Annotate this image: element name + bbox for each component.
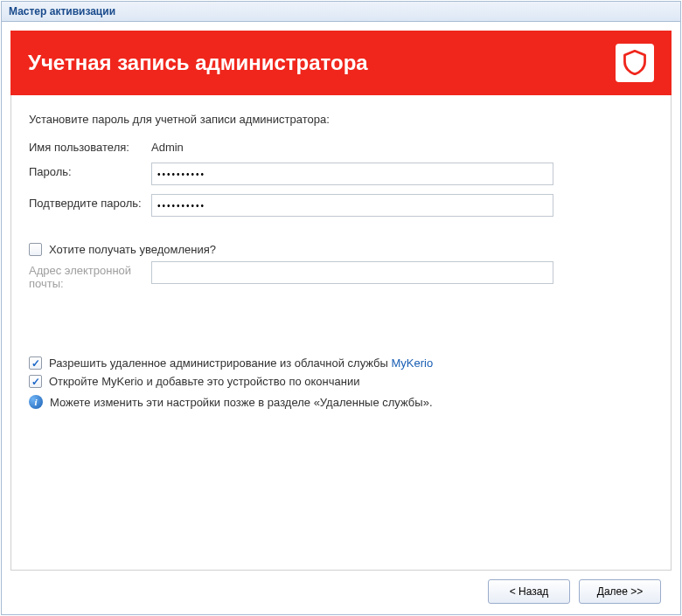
confirm-password-row: Подтвердите пароль: xyxy=(29,194,653,217)
wizard-body: Учетная запись администратора Установите… xyxy=(2,22,680,614)
username-value: Admin xyxy=(151,138,653,154)
open-mykerio-row: Откройте MyKerio и добавьте это устройст… xyxy=(29,375,653,388)
spacer xyxy=(29,299,653,351)
shield-icon xyxy=(623,49,647,78)
open-mykerio-label: Откройте MyKerio и добавьте это устройст… xyxy=(49,375,359,388)
allow-remote-checkbox[interactable] xyxy=(29,356,42,370)
info-row: i Можете изменить эти настройки позже в … xyxy=(29,395,653,409)
allow-remote-row: Разрешить удаленное администрирование из… xyxy=(29,356,653,370)
brand-logo xyxy=(616,44,654,82)
email-row: Адрес электронной почты: xyxy=(29,261,653,290)
wizard-window: Мастер активизации Учетная запись админи… xyxy=(1,1,681,615)
wizard-content: Установите пароль для учетной записи адм… xyxy=(10,95,672,571)
wizard-header: Учетная запись администратора xyxy=(10,31,672,95)
allow-remote-text: Разрешить удаленное администрирование из… xyxy=(49,356,392,370)
allow-remote-label: Разрешить удаленное администрирование из… xyxy=(49,356,433,370)
mykerio-link[interactable]: MyKerio xyxy=(392,356,434,370)
email-label: Адрес электронной почты: xyxy=(29,261,151,290)
username-row: Имя пользователя: Admin xyxy=(29,138,653,154)
next-button[interactable]: Далее >> xyxy=(579,579,661,604)
window-title: Мастер активизации xyxy=(9,5,115,17)
email-input[interactable] xyxy=(151,261,553,284)
wizard-footer: < Назад Далее >> xyxy=(10,571,672,614)
username-label: Имя пользователя: xyxy=(29,138,151,154)
info-icon: i xyxy=(29,395,43,409)
info-text: Можете изменить эти настройки позже в ра… xyxy=(50,396,433,409)
page-title: Учетная запись администратора xyxy=(28,51,368,75)
open-mykerio-checkbox[interactable] xyxy=(29,375,42,388)
notifications-row: Хотите получать уведомления? xyxy=(29,243,653,256)
password-input[interactable] xyxy=(151,163,553,185)
confirm-password-label: Подтвердите пароль: xyxy=(29,194,151,210)
back-button[interactable]: < Назад xyxy=(488,579,570,604)
password-label: Пароль: xyxy=(29,163,151,178)
instruction-text: Установите пароль для учетной записи адм… xyxy=(29,113,653,126)
notifications-checkbox[interactable] xyxy=(29,243,42,256)
window-titlebar: Мастер активизации xyxy=(2,2,680,22)
notifications-label: Хотите получать уведомления? xyxy=(49,243,216,256)
password-row: Пароль: xyxy=(29,163,653,185)
confirm-password-input[interactable] xyxy=(151,194,553,217)
